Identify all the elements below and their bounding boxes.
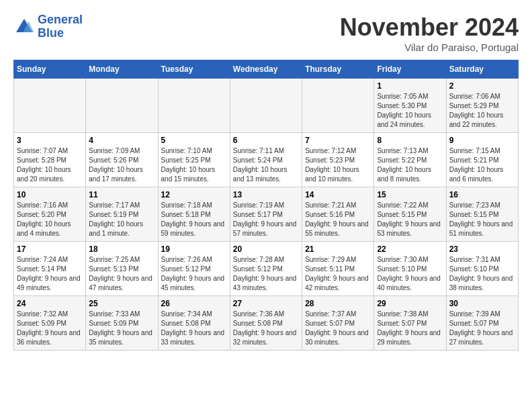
calendar-cell: 27Sunrise: 7:36 AM Sunset: 5:08 PM Dayli… [230, 296, 302, 351]
day-header-monday: Monday [86, 60, 158, 79]
week-row-3: 10Sunrise: 7:16 AM Sunset: 5:20 PM Dayli… [14, 187, 519, 242]
calendar-cell: 1Sunrise: 7:05 AM Sunset: 5:30 PM Daylig… [374, 79, 446, 133]
calendar-cell: 15Sunrise: 7:22 AM Sunset: 5:15 PM Dayli… [374, 187, 446, 242]
day-info: Sunrise: 7:36 AM Sunset: 5:08 PM Dayligh… [233, 310, 299, 347]
day-info: Sunrise: 7:12 AM Sunset: 5:23 PM Dayligh… [305, 146, 371, 184]
calendar-cell [14, 79, 86, 133]
day-number: 16 [449, 190, 515, 199]
day-number: 5 [161, 136, 227, 145]
day-header-sunday: Sunday [14, 60, 86, 79]
day-info: Sunrise: 7:38 AM Sunset: 5:07 PM Dayligh… [377, 310, 443, 347]
day-number: 22 [377, 244, 443, 254]
day-header-thursday: Thursday [302, 60, 374, 79]
day-number: 14 [305, 190, 371, 199]
day-number: 2 [449, 81, 515, 91]
calendar-cell: 8Sunrise: 7:13 AM Sunset: 5:22 PM Daylig… [374, 133, 446, 187]
calendar-cell: 21Sunrise: 7:29 AM Sunset: 5:11 PM Dayli… [302, 242, 374, 296]
calendar-cell: 7Sunrise: 7:12 AM Sunset: 5:23 PM Daylig… [302, 133, 374, 187]
day-number: 13 [233, 190, 299, 199]
day-info: Sunrise: 7:22 AM Sunset: 5:15 PM Dayligh… [377, 201, 443, 238]
logo-text: General Blue [38, 13, 83, 40]
header: General Blue November 2024 Vilar do Para… [13, 13, 519, 53]
day-number: 23 [449, 244, 515, 254]
day-number: 25 [89, 299, 154, 308]
day-info: Sunrise: 7:24 AM Sunset: 5:14 PM Dayligh… [17, 255, 83, 293]
day-info: Sunrise: 7:21 AM Sunset: 5:16 PM Dayligh… [305, 201, 371, 238]
calendar-cell [158, 79, 230, 133]
day-info: Sunrise: 7:05 AM Sunset: 5:30 PM Dayligh… [377, 92, 443, 130]
day-number: 15 [377, 190, 443, 199]
day-number: 30 [449, 299, 515, 308]
calendar-cell: 23Sunrise: 7:31 AM Sunset: 5:10 PM Dayli… [446, 242, 518, 296]
day-info: Sunrise: 7:28 AM Sunset: 5:12 PM Dayligh… [233, 255, 299, 293]
logo-line2: Blue [38, 26, 64, 40]
day-info: Sunrise: 7:34 AM Sunset: 5:08 PM Dayligh… [161, 310, 227, 347]
logo-line1: General [38, 13, 83, 26]
day-info: Sunrise: 7:32 AM Sunset: 5:09 PM Dayligh… [17, 310, 83, 347]
day-number: 28 [305, 299, 371, 308]
day-info: Sunrise: 7:16 AM Sunset: 5:20 PM Dayligh… [17, 201, 83, 238]
day-info: Sunrise: 7:19 AM Sunset: 5:17 PM Dayligh… [233, 201, 299, 238]
calendar-cell: 14Sunrise: 7:21 AM Sunset: 5:16 PM Dayli… [302, 187, 374, 242]
day-number: 19 [161, 244, 227, 254]
calendar-cell: 24Sunrise: 7:32 AM Sunset: 5:09 PM Dayli… [14, 296, 86, 351]
day-info: Sunrise: 7:25 AM Sunset: 5:13 PM Dayligh… [89, 255, 154, 293]
location: Vilar do Paraiso, Portugal [340, 42, 519, 53]
calendar-cell [230, 79, 302, 133]
week-row-4: 17Sunrise: 7:24 AM Sunset: 5:14 PM Dayli… [14, 242, 519, 296]
day-info: Sunrise: 7:11 AM Sunset: 5:24 PM Dayligh… [233, 146, 299, 184]
calendar-cell [86, 79, 158, 133]
day-info: Sunrise: 7:33 AM Sunset: 5:09 PM Dayligh… [89, 310, 154, 347]
day-number: 24 [17, 299, 83, 308]
day-info: Sunrise: 7:37 AM Sunset: 5:07 PM Dayligh… [305, 310, 371, 347]
calendar-cell: 22Sunrise: 7:30 AM Sunset: 5:10 PM Dayli… [374, 242, 446, 296]
day-number: 9 [449, 136, 515, 145]
calendar-cell: 2Sunrise: 7:06 AM Sunset: 5:29 PM Daylig… [446, 79, 518, 133]
day-info: Sunrise: 7:18 AM Sunset: 5:18 PM Dayligh… [161, 201, 227, 238]
day-number: 7 [305, 136, 371, 145]
calendar-cell: 30Sunrise: 7:39 AM Sunset: 5:07 PM Dayli… [446, 296, 518, 351]
day-number: 4 [89, 136, 154, 145]
day-number: 10 [17, 190, 83, 199]
day-info: Sunrise: 7:09 AM Sunset: 5:26 PM Dayligh… [89, 146, 154, 184]
day-number: 12 [161, 190, 227, 199]
day-header-tuesday: Tuesday [158, 60, 230, 79]
calendar-table: SundayMondayTuesdayWednesdayThursdayFrid… [13, 60, 519, 351]
calendar-cell: 26Sunrise: 7:34 AM Sunset: 5:08 PM Dayli… [158, 296, 230, 351]
day-info: Sunrise: 7:39 AM Sunset: 5:07 PM Dayligh… [449, 310, 515, 347]
calendar-body: 1Sunrise: 7:05 AM Sunset: 5:30 PM Daylig… [14, 79, 519, 351]
day-info: Sunrise: 7:10 AM Sunset: 5:25 PM Dayligh… [161, 146, 227, 184]
day-info: Sunrise: 7:31 AM Sunset: 5:10 PM Dayligh… [449, 255, 515, 293]
day-number: 26 [161, 299, 227, 308]
week-row-5: 24Sunrise: 7:32 AM Sunset: 5:09 PM Dayli… [14, 296, 519, 351]
day-number: 29 [377, 299, 443, 308]
calendar-cell: 16Sunrise: 7:23 AM Sunset: 5:15 PM Dayli… [446, 187, 518, 242]
day-number: 21 [305, 244, 371, 254]
day-info: Sunrise: 7:29 AM Sunset: 5:11 PM Dayligh… [305, 255, 371, 293]
month-title: November 2024 [340, 13, 519, 42]
day-number: 27 [233, 299, 299, 308]
title-area: November 2024 Vilar do Paraiso, Portugal [340, 13, 519, 53]
calendar-cell: 17Sunrise: 7:24 AM Sunset: 5:14 PM Dayli… [14, 242, 86, 296]
calendar-cell: 11Sunrise: 7:17 AM Sunset: 5:19 PM Dayli… [86, 187, 158, 242]
calendar-cell: 29Sunrise: 7:38 AM Sunset: 5:07 PM Dayli… [374, 296, 446, 351]
calendar-cell: 10Sunrise: 7:16 AM Sunset: 5:20 PM Dayli… [14, 187, 86, 242]
calendar-cell: 12Sunrise: 7:18 AM Sunset: 5:18 PM Dayli… [158, 187, 230, 242]
day-header-friday: Friday [374, 60, 446, 79]
header-row: SundayMondayTuesdayWednesdayThursdayFrid… [14, 60, 519, 79]
calendar-cell: 6Sunrise: 7:11 AM Sunset: 5:24 PM Daylig… [230, 133, 302, 187]
calendar-cell: 28Sunrise: 7:37 AM Sunset: 5:07 PM Dayli… [302, 296, 374, 351]
calendar-cell: 25Sunrise: 7:33 AM Sunset: 5:09 PM Dayli… [86, 296, 158, 351]
calendar-cell: 13Sunrise: 7:19 AM Sunset: 5:17 PM Dayli… [230, 187, 302, 242]
day-info: Sunrise: 7:17 AM Sunset: 5:19 PM Dayligh… [89, 201, 154, 238]
day-number: 8 [377, 136, 443, 145]
calendar-cell: 4Sunrise: 7:09 AM Sunset: 5:26 PM Daylig… [86, 133, 158, 187]
calendar-header: SundayMondayTuesdayWednesdayThursdayFrid… [14, 60, 519, 79]
day-info: Sunrise: 7:13 AM Sunset: 5:22 PM Dayligh… [377, 146, 443, 184]
logo: General Blue [13, 13, 83, 40]
day-info: Sunrise: 7:30 AM Sunset: 5:10 PM Dayligh… [377, 255, 443, 293]
day-header-saturday: Saturday [446, 60, 518, 79]
day-info: Sunrise: 7:07 AM Sunset: 5:28 PM Dayligh… [17, 146, 83, 184]
day-header-wednesday: Wednesday [230, 60, 302, 79]
logo-icon [13, 16, 35, 38]
